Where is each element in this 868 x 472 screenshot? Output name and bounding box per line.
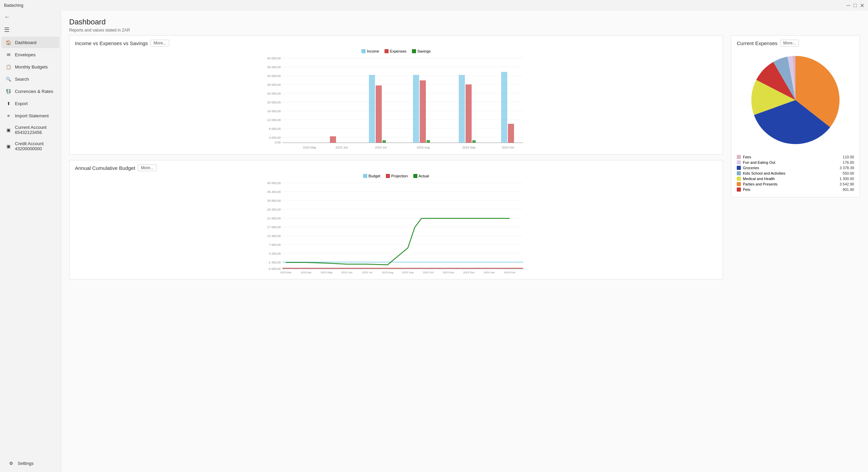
svg-text:2023 Jul: 2023 Jul: [375, 146, 387, 149]
bar-chart: 40 000,00 36 000,00 32 000,00 28 000,00 …: [75, 55, 717, 150]
dashboard-icon: 🏠: [5, 39, 12, 45]
minimize-button[interactable]: ─: [846, 3, 850, 7]
legend-income: Income: [361, 49, 379, 53]
sidebar-item-currencies[interactable]: 💱 Currencies & Rates: [1, 85, 59, 97]
sidebar-item-envelopes[interactable]: ✉ Envelopes: [1, 49, 59, 60]
legend-medical-color: [737, 177, 741, 181]
legend-pets-label: Pets: [743, 188, 750, 192]
svg-text:2023 Dec: 2023 Dec: [463, 271, 475, 274]
sidebar-nav: 🏠 Dashboard ✉ Envelopes 📋 Monthly Budget…: [0, 36, 61, 454]
legend-projection-color: [386, 174, 390, 178]
svg-text:2023 Jul: 2023 Jul: [362, 271, 372, 274]
cumulative-chart-legend: Budget Projection Actual: [75, 174, 717, 178]
legend-kids-color: [737, 171, 741, 175]
legend-savings-color: [412, 49, 416, 53]
legend-parties-label: Parties and Presents: [743, 182, 777, 186]
legend-budget: Budget: [363, 174, 380, 178]
svg-text:2024 Feb: 2024 Feb: [504, 271, 515, 274]
close-button[interactable]: ✕: [860, 3, 864, 7]
bar-aug-savings: [427, 140, 430, 143]
bar-aug-expenses: [420, 80, 426, 143]
monthly-budgets-icon: 📋: [5, 64, 12, 70]
sidebar-item-credit-account[interactable]: ▣ Credit Account 43200000000: [1, 138, 59, 154]
legend-medical-item: Medical and Health 1 300.00: [737, 177, 854, 181]
legend-savings-label: Savings: [417, 49, 431, 53]
bar-oct-income: [501, 72, 507, 143]
svg-text:2023 Aug: 2023 Aug: [417, 146, 430, 149]
sidebar-item-export[interactable]: ⬆ Export: [1, 98, 59, 109]
menu-icon[interactable]: ☰: [0, 23, 61, 36]
dashboard-header: Dashboard Reports and values stated in Z…: [69, 18, 860, 33]
bar-jul-income: [369, 75, 375, 143]
window-controls: ─ □ ✕: [846, 3, 864, 7]
svg-text:2023 Oct: 2023 Oct: [502, 146, 514, 149]
income-chart-more-button[interactable]: More...: [151, 40, 169, 46]
legend-fun-label: Fun and Eating Out: [743, 160, 775, 164]
svg-text:30 800,00: 30 800,00: [267, 199, 281, 202]
legend-medical-label: Medical and Health: [743, 177, 775, 181]
legend-savings: Savings: [412, 49, 431, 53]
current-account-label: Current Account 65432123456: [15, 125, 55, 135]
legend-parties-amount: 3 542.90: [840, 182, 854, 186]
monthly-budgets-label: Monthly Budgets: [15, 64, 48, 70]
bar-sep-income: [459, 75, 465, 143]
svg-text:2023 Aug: 2023 Aug: [382, 271, 393, 274]
current-account-icon: ▣: [5, 127, 12, 133]
settings-label: Settings: [18, 461, 34, 466]
envelopes-icon: ✉: [5, 52, 12, 58]
legend-actual-label: Actual: [419, 174, 429, 178]
svg-text:8 000,00: 8 000,00: [269, 127, 281, 131]
legend-expenses: Expenses: [384, 49, 406, 53]
legend-expenses-color: [384, 49, 389, 53]
legend-parties-left: Parties and Presents: [737, 182, 777, 186]
svg-text:2023 Mar: 2023 Mar: [280, 271, 292, 274]
app-title: Badaching: [4, 3, 23, 8]
bar-sep-expenses: [466, 84, 472, 143]
bar-sep-savings: [472, 140, 476, 143]
maximize-button[interactable]: □: [853, 3, 857, 7]
svg-text:36 000,00: 36 000,00: [267, 65, 281, 69]
sidebar-bottom: ⚙ Settings: [0, 454, 61, 472]
settings-icon: ⚙: [8, 460, 14, 466]
svg-text:7 800,00: 7 800,00: [269, 243, 281, 247]
actual-line: [286, 218, 510, 265]
legend-fun-amount: 176.00: [843, 160, 854, 164]
sidebar-item-import-statement[interactable]: ≡ Import Statement: [1, 110, 59, 121]
svg-text:24 000,00: 24 000,00: [267, 92, 281, 95]
cumulative-chart-more-button[interactable]: More...: [138, 164, 157, 171]
sidebar-item-search[interactable]: 🔍 Search: [1, 73, 59, 85]
pie-more-button[interactable]: More...: [780, 40, 799, 46]
cumulative-chart-section: Annual Cumulative Budget More... Budget …: [69, 160, 723, 279]
svg-text:12 400,00: 12 400,00: [267, 234, 281, 238]
legend-fees-left: Fees: [737, 155, 751, 159]
sidebar-item-current-account[interactable]: ▣ Current Account 65432123456: [1, 122, 59, 138]
left-charts: Income vs Expenses vs Savings More... In…: [69, 35, 723, 285]
svg-text:17 000,00: 17 000,00: [267, 225, 281, 229]
cumulative-chart-title: Annual Cumulative Budget: [75, 165, 135, 171]
line-chart: 40 000,00 35 400,00 30 800,00 26 200,00 …: [75, 180, 717, 275]
sidebar-item-dashboard[interactable]: 🏠 Dashboard: [1, 37, 59, 48]
back-button[interactable]: ←: [0, 11, 61, 23]
bar-aug-income: [413, 75, 419, 143]
sidebar-item-monthly-budgets[interactable]: 📋 Monthly Budgets: [1, 61, 59, 73]
legend-medical-left: Medical and Health: [737, 177, 775, 181]
legend-kids-item: Kids School and Activities 550.00: [737, 171, 854, 175]
svg-text:2023 Jun: 2023 Jun: [335, 146, 348, 149]
svg-text:2023 Jun: 2023 Jun: [341, 271, 353, 274]
svg-text:4 000,00: 4 000,00: [269, 136, 281, 139]
svg-text:-1 400,00: -1 400,00: [268, 261, 281, 264]
svg-text:40 000,00: 40 000,00: [267, 57, 281, 60]
legend-parties-item: Parties and Presents 3 542.90: [737, 182, 854, 186]
import-statement-icon: ≡: [5, 113, 12, 119]
search-label: Search: [15, 77, 29, 82]
legend-actual: Actual: [413, 174, 429, 178]
sidebar-item-settings[interactable]: ⚙ Settings: [4, 457, 57, 469]
svg-text:-6 000,00: -6 000,00: [268, 267, 281, 271]
legend-fun-item: Fun and Eating Out 176.00: [737, 160, 854, 164]
svg-text:2023 May: 2023 May: [320, 271, 332, 274]
line-chart-svg: 40 000,00 35 400,00 30 800,00 26 200,00 …: [75, 180, 717, 275]
cumulative-chart-header: Annual Cumulative Budget More...: [75, 164, 717, 171]
svg-text:35 400,00: 35 400,00: [267, 190, 281, 194]
pie-section: Current Expenses More... Fees: [731, 35, 860, 197]
legend-pets-color: [737, 188, 741, 192]
